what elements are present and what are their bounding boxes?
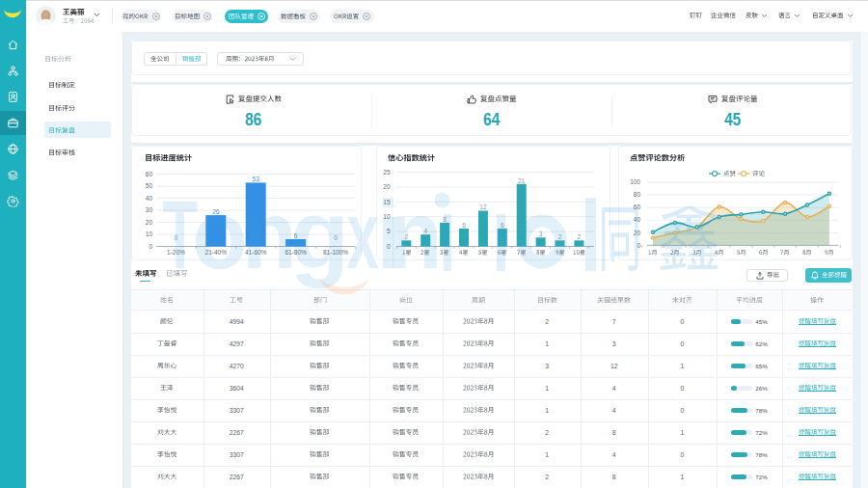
svg-text:6: 6 [501,222,504,229]
svg-text:3: 3 [539,230,543,237]
svg-text:1-20%: 1-20% [167,249,185,256]
svg-text:12: 12 [479,203,487,210]
svg-text:25: 25 [383,169,391,176]
svg-text:21: 21 [518,177,526,184]
svg-text:0: 0 [637,242,640,249]
svg-text:6: 6 [294,232,298,239]
svg-text:30: 30 [146,206,153,213]
svg-text:60: 60 [634,203,641,210]
svg-text:0: 0 [175,234,178,241]
svg-text:0: 0 [149,243,152,250]
svg-text:2: 2 [404,233,408,240]
svg-text:40: 40 [634,216,641,223]
svg-text:2: 2 [558,233,562,240]
svg-text:20: 20 [383,183,391,190]
svg-text:61-80%: 61-80% [285,249,307,256]
svg-text:2: 2 [578,233,582,240]
svg-text:6: 6 [462,222,466,229]
svg-text:60: 60 [146,171,153,177]
svg-text:26: 26 [212,208,220,215]
svg-text:10: 10 [146,230,153,237]
svg-text:20: 20 [146,219,153,226]
svg-text:41-60%: 41-60% [245,249,267,256]
svg-text:80: 80 [634,191,641,198]
svg-text:0: 0 [334,234,338,241]
svg-text:10: 10 [383,213,391,220]
svg-text:0: 0 [387,243,391,250]
svg-text:53: 53 [253,176,260,182]
svg-text:81-100%: 81-100% [323,249,348,256]
svg-text:40: 40 [146,195,153,202]
svg-text:4: 4 [423,228,427,234]
svg-text:8: 8 [443,216,447,223]
svg-text:50: 50 [146,182,153,189]
svg-text:5: 5 [387,228,391,234]
svg-text:21-40%: 21-40% [205,249,228,256]
svg-text:15: 15 [383,199,391,205]
svg-text:100: 100 [630,178,640,185]
svg-text:20: 20 [634,230,641,236]
